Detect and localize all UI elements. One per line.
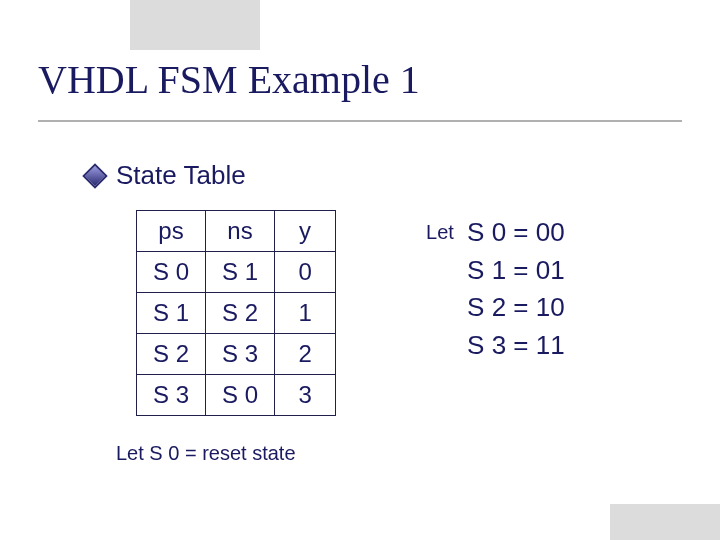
table-row: S 0 S 1 0 [137, 252, 336, 293]
table-row: S 3 S 0 3 [137, 375, 336, 416]
table-row: S 1 S 2 1 [137, 293, 336, 334]
encoding-line: S 0 = 00 [467, 217, 565, 247]
encoding-line: S 3 = 11 [467, 330, 565, 360]
col-ps: ps [137, 211, 206, 252]
top-accent-bar [130, 0, 260, 50]
table-row: S 2 S 3 2 [137, 334, 336, 375]
col-y: y [275, 211, 336, 252]
encoding-line: S 1 = 01 [467, 255, 565, 285]
state-table: ps ns y S 0 S 1 0 S 1 S 2 1 S 2 S 3 2 S … [136, 210, 336, 416]
bottom-accent-bar [610, 504, 720, 540]
content-row: ps ns y S 0 S 1 0 S 1 S 2 1 S 2 S 3 2 S … [86, 210, 680, 416]
diamond-bullet-icon [82, 163, 107, 188]
slide: VHDL FSM Example 1 State Table ps ns y S… [0, 0, 720, 540]
encoding-lines: S 0 = 00 S 1 = 01 S 2 = 10 S 3 = 11 [467, 214, 565, 365]
state-encodings: Let S 0 = 00 S 1 = 01 S 2 = 10 S 3 = 11 [426, 214, 565, 365]
col-ns: ns [206, 211, 275, 252]
bullet-state-table: State Table [86, 160, 246, 191]
let-label: Let [426, 214, 454, 247]
bullet-label: State Table [116, 160, 246, 191]
reset-note: Let S 0 = reset state [116, 442, 296, 465]
slide-title: VHDL FSM Example 1 [38, 56, 420, 103]
title-underline [38, 120, 682, 122]
table-header-row: ps ns y [137, 211, 336, 252]
encoding-line: S 2 = 10 [467, 292, 565, 322]
